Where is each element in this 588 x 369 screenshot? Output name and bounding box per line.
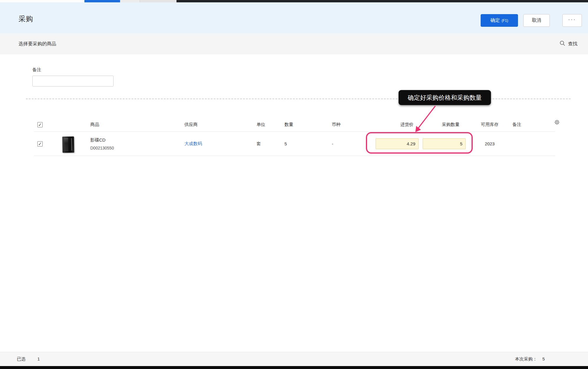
footer-bar: 已选 1 本次采购： 5 xyxy=(0,352,588,366)
total-value: 5 xyxy=(542,356,545,362)
cancel-button[interactable]: 取消 xyxy=(523,14,550,27)
purchase-quantity-input[interactable] xyxy=(423,138,466,149)
header-available-stock: 可用库存 xyxy=(468,122,512,127)
header-remark: 备注 xyxy=(512,122,555,127)
total-label: 本次采购： xyxy=(515,356,537,362)
search-label: 查找 xyxy=(568,41,577,47)
browser-tab-segment xyxy=(140,0,176,2)
page-title: 采购 xyxy=(19,14,33,24)
app-header: 采购 确定 (F1) 取消 ··· xyxy=(0,2,588,33)
header-unit: 单位 xyxy=(253,122,281,127)
more-actions-button[interactable]: ··· xyxy=(562,14,582,27)
header-product: 商品 xyxy=(87,122,181,127)
product-cell: 影碟CD D002130550 xyxy=(87,137,181,150)
purchase-price-cell xyxy=(371,138,421,149)
confirm-button-label: 确定 xyxy=(491,17,500,24)
search-control[interactable]: 查找 xyxy=(559,40,577,47)
currency-cell: - xyxy=(327,141,371,146)
purchase-price-input[interactable] xyxy=(376,138,419,149)
products-table: ✓ 商品 供应商 单位 数量 币种 进货价 采购数量 可用库存 备注 ✓ 影碟C… xyxy=(34,118,555,156)
row-checkbox-cell: ✓ xyxy=(34,141,57,147)
table-row: ✓ 影碟CD D002130550 大成数码 套 5 - 2023 xyxy=(34,132,555,156)
browser-top-strip xyxy=(0,0,588,2)
selected-count: 1 xyxy=(37,356,40,362)
confirm-button[interactable]: 确定 (F1) xyxy=(481,14,518,27)
available-stock-cell: 2023 xyxy=(468,141,512,146)
row-image-cell xyxy=(57,135,87,153)
product-image xyxy=(62,135,79,153)
unit-cell: 套 xyxy=(253,141,281,147)
header-supplier: 供应商 xyxy=(181,122,253,127)
header-currency: 币种 xyxy=(327,122,371,127)
remark-filter-label: 备注 xyxy=(32,67,41,73)
product-name: 影碟CD xyxy=(90,137,181,143)
selected-label: 已选 xyxy=(17,356,26,362)
row-checkbox[interactable]: ✓ xyxy=(37,141,43,147)
browser-tab-segment xyxy=(120,0,140,2)
search-icon xyxy=(559,40,565,47)
header-quantity: 数量 xyxy=(281,122,327,127)
table-header-row: ✓ 商品 供应商 单位 数量 币种 进货价 采购数量 可用库存 备注 xyxy=(34,118,555,132)
confirm-button-hotkey: (F1) xyxy=(502,19,508,23)
product-code: D002130550 xyxy=(90,146,181,150)
sub-header: 选择要采购的商品 查找 xyxy=(0,33,588,54)
section-title: 选择要采购的商品 xyxy=(19,41,56,47)
supplier-link[interactable]: 大成数码 xyxy=(184,141,202,146)
annotation-tooltip: 确定好采购价格和采购数量 xyxy=(399,90,491,105)
supplier-cell: 大成数码 xyxy=(181,141,253,147)
footer-total: 本次采购： 5 xyxy=(515,356,545,362)
bottom-black-strip xyxy=(0,366,588,369)
annotation-arrow-icon xyxy=(409,104,441,134)
purchase-quantity-cell xyxy=(421,138,468,149)
browser-dark-segment xyxy=(176,0,588,2)
browser-tab-segment xyxy=(0,0,84,2)
footer-selected: 已选 1 xyxy=(17,356,40,362)
remark-filter-input[interactable] xyxy=(32,76,114,87)
quantity-cell: 5 xyxy=(281,141,327,146)
select-all-checkbox[interactable]: ✓ xyxy=(37,122,43,127)
browser-active-tab-segment xyxy=(84,0,120,2)
column-settings-gear-icon[interactable] xyxy=(554,119,560,126)
header-checkbox-cell: ✓ xyxy=(34,122,57,127)
header-actions: 确定 (F1) 取消 ··· xyxy=(481,14,582,27)
